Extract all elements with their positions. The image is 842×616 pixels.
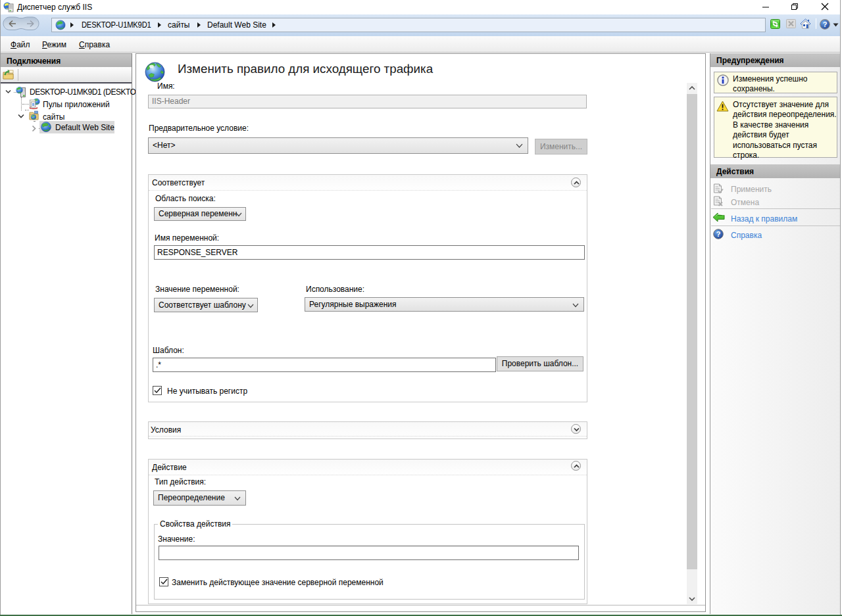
svg-text:?: ? [716, 230, 721, 238]
svg-text:?: ? [823, 20, 828, 28]
